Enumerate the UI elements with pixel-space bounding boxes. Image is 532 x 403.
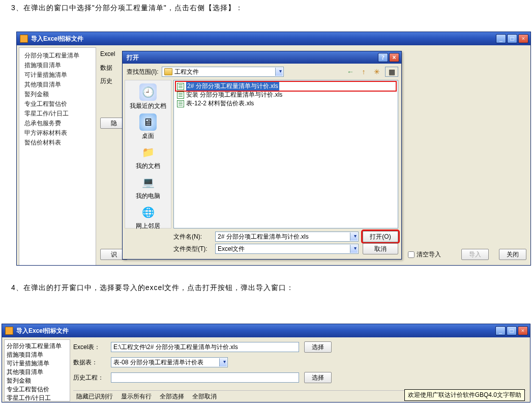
close-button[interactable]: × <box>518 34 528 43</box>
tooltip: 欢迎使用广联达计价软件GBQ4.0文字帮助 <box>404 389 525 401</box>
open-dialog-toolbar: 查找范围(I): 工程文件 ← ↑ ✳ ▦ <box>123 64 401 78</box>
instruction-3: 3、在弹出的窗口中选择"分部分项工程量清单"，点击右侧【选择】： <box>11 2 243 13</box>
places-mydocuments[interactable]: 📁 我的文档 <box>136 143 160 170</box>
places-recent[interactable]: 🕘 我最近的文档 <box>130 83 166 110</box>
clear-import-checkbox-label: 清空导入 <box>417 250 441 259</box>
maximize-button[interactable]: □ <box>507 34 517 43</box>
import-button[interactable]: 导入 <box>461 249 489 260</box>
network-neighborhood-icon: 🌐 <box>139 204 157 221</box>
sheet-combo[interactable]: 表-08 分部分项工程量清单计价表 <box>111 357 228 367</box>
minimize-button[interactable]: _ <box>496 34 506 43</box>
places-desktop[interactable]: 🖥 桌面 <box>139 113 157 140</box>
file-list[interactable]: 2# 分部分项工程量清单与计价.xls 安装 分部分项工程量清单与计价.xls … <box>173 80 398 228</box>
sidebar-item[interactable]: 零星工作/计日工 <box>21 109 94 119</box>
look-in-value: 工程文件 <box>174 68 199 76</box>
instruction-4: 4、在弹出的打开窗口中，选择要导入的excel文件，点击打开按钮，弹出导入窗口： <box>11 282 294 293</box>
sheet-label: 数据表： <box>73 358 106 367</box>
filetype-label: 文件类型(T): <box>173 245 211 253</box>
close-button[interactable]: × <box>389 53 399 62</box>
sidebar-item[interactable]: 其他项目清单 <box>7 368 68 377</box>
excel-path-input[interactable]: E:\工程文件\2# 分部分项工程量清单与计价.xls <box>111 342 299 352</box>
places-bar: 🕘 我最近的文档 🖥 桌面 📁 我的文档 💻 我的电脑 🌐 网上邻居 <box>125 80 171 228</box>
file-row[interactable]: 表-12-2 材料暂估价表.xls <box>176 99 396 108</box>
sidebar-item[interactable]: 措施项目清单 <box>21 61 94 70</box>
help-button[interactable]: ? <box>378 53 388 62</box>
sheet-value: 表-08 分部分项工程量清单计价表 <box>113 358 203 367</box>
window-title: 导入Excel招标文件 <box>16 327 495 335</box>
minimize-button[interactable]: _ <box>495 326 506 335</box>
close-dialog-button[interactable]: 关闭 <box>499 249 526 260</box>
places-desktop-label: 桌面 <box>142 132 154 140</box>
select-all[interactable]: 全部选择 <box>160 392 184 401</box>
sidebar-item[interactable]: 甲方评标材料表 <box>21 128 94 138</box>
file-name: 2# 分部分项工程量清单与计价.xls <box>186 82 279 91</box>
filename-label: 文件名(N): <box>173 233 211 241</box>
close-button[interactable]: × <box>518 326 528 335</box>
file-row[interactable]: 安装 分部分项工程量清单与计价.xls <box>176 91 396 99</box>
cancel-all[interactable]: 全部取消 <box>192 392 217 401</box>
history-label: 历史 <box>100 74 115 87</box>
select-file-button[interactable]: 选择 <box>304 341 332 353</box>
places-network[interactable]: 🌐 网上邻居 <box>136 204 160 231</box>
maximize-button[interactable]: □ <box>507 326 517 335</box>
filename-value: 2# 分部分项工程量清单与计价.xls <box>218 233 309 241</box>
recent-documents-icon: 🕘 <box>139 83 157 101</box>
places-mycomputer[interactable]: 💻 我的电脑 <box>136 174 160 200</box>
my-documents-icon: 📁 <box>139 143 157 161</box>
sidebar-item[interactable]: 可计量措施清单 <box>21 70 94 80</box>
back-icon[interactable]: ← <box>345 67 356 77</box>
sidebar-item[interactable]: 零星工作/计日工 <box>7 394 68 402</box>
clear-import-checkbox-input[interactable] <box>408 251 415 258</box>
open-dialog-title: 打开 <box>127 53 378 62</box>
file-open-dialog: 打开 ? × 查找范围(I): 工程文件 ← ↑ ✳ ▦ 🕘 我最近的文档 🖥 … <box>122 51 402 260</box>
excel-path-value: E:\工程文件\2# 分部分项工程量清单与计价.xls <box>113 343 238 352</box>
sidebar-item[interactable]: 分部分项工程量清单 <box>21 51 94 61</box>
file-name: 安装 分部分项工程量清单与计价.xls <box>186 91 282 99</box>
look-in-label: 查找范围(I): <box>127 68 159 76</box>
sidebar-item[interactable]: 可计量措施清单 <box>7 359 68 368</box>
history-label: 历史工程： <box>73 373 106 382</box>
category-sidebar: 分部分项工程量清单 措施项目清单 可计量措施清单 其他项目清单 暂列金额 专业工… <box>4 339 70 401</box>
sidebar-item[interactable]: 其他项目清单 <box>21 80 94 90</box>
places-mycomputer-label: 我的电脑 <box>136 192 160 200</box>
places-recent-label: 我最近的文档 <box>130 102 166 110</box>
filename-input[interactable]: 2# 分部分项工程量清单与计价.xls <box>215 232 359 242</box>
sidebar-item[interactable]: 专业工程暂估价 <box>21 99 94 109</box>
look-in-combo[interactable]: 工程文件 <box>162 67 284 77</box>
titlebar: 导入Excel招标文件 _ □ × <box>17 32 530 45</box>
desktop-icon: 🖥 <box>139 113 157 131</box>
sidebar-item[interactable]: 措施项目清单 <box>7 351 68 359</box>
sheet-label: 数据 <box>100 61 115 74</box>
file-row[interactable]: 2# 分部分项工程量清单与计价.xls <box>176 82 396 91</box>
sidebar-item[interactable]: 暂列金额 <box>7 377 68 385</box>
open-button[interactable]: 打开(O) <box>363 231 398 242</box>
history-input[interactable] <box>111 372 299 383</box>
show-all-rows[interactable]: 显示所有行 <box>121 392 152 401</box>
excel-label: Excel <box>100 47 115 61</box>
sidebar-item[interactable]: 总承包服务费 <box>21 119 94 128</box>
select-history-button[interactable]: 选择 <box>304 372 332 383</box>
window-title: 导入Excel招标文件 <box>31 35 496 43</box>
sidebar-item[interactable]: 暂估价材料表 <box>21 138 94 148</box>
form-area: Excel表： E:\工程文件\2# 分部分项工程量清单与计价.xls 选择 数… <box>73 339 526 385</box>
my-computer-icon: 💻 <box>139 174 157 191</box>
views-icon[interactable]: ▦ <box>385 67 398 77</box>
up-one-level-icon[interactable]: ↑ <box>359 67 369 77</box>
cancel-button[interactable]: 取消 <box>363 243 398 254</box>
open-dialog-titlebar: 打开 ? × <box>123 51 401 64</box>
import-excel-window-2: 导入Excel招标文件 _ □ × 分部分项工程量清单 措施项目清单 可计量措施… <box>2 324 530 402</box>
clear-import-checkbox[interactable]: 清空导入 <box>408 250 441 259</box>
excel-file-icon <box>177 92 184 99</box>
filetype-combo[interactable]: Excel文件 <box>215 244 359 254</box>
hide-identified-rows[interactable]: 隐藏已识别行 <box>76 392 113 401</box>
app-icon <box>5 327 13 335</box>
app-icon <box>20 35 28 43</box>
places-mydocuments-label: 我的文档 <box>136 162 160 170</box>
category-sidebar: 分部分项工程量清单 措施项目清单 可计量措施清单 其他项目清单 暂列金额 专业工… <box>19 47 96 266</box>
sidebar-item[interactable]: 分部分项工程量清单 <box>7 342 68 351</box>
excel-file-icon <box>177 100 184 107</box>
new-folder-icon[interactable]: ✳ <box>372 67 382 77</box>
sidebar-item[interactable]: 暂列金额 <box>21 90 94 99</box>
field-labels: Excel 数据 历史 <box>100 47 115 83</box>
sidebar-item[interactable]: 专业工程暂估价 <box>7 385 68 394</box>
